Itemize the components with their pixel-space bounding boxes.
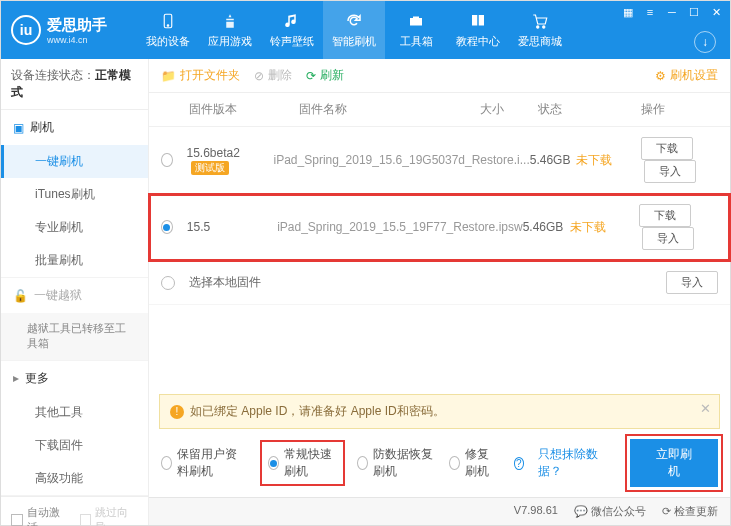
appleid-notice: ! 如已绑定 Apple ID，请准备好 Apple ID和密码。 ✕ (159, 394, 720, 429)
toolbox-icon (406, 11, 426, 31)
app-url: www.i4.cn (47, 35, 107, 45)
check-update-link[interactable]: ⟳ 检查更新 (662, 504, 718, 519)
nav-my-device[interactable]: 我的设备 (137, 1, 199, 59)
maximize-button[interactable]: ☐ (686, 5, 702, 19)
update-icon: ⟳ (662, 505, 671, 517)
connection-status: 设备连接状态：正常模式 (1, 59, 148, 110)
refresh-button[interactable]: ⟳刷新 (306, 67, 344, 84)
opt-repair-flash[interactable]: 修复刷机 (449, 446, 500, 480)
opt-quick-flash[interactable]: 常规快速刷机 (262, 442, 343, 484)
cart-icon (530, 11, 550, 31)
sidebar-group-flash[interactable]: ▣ 刷机 (1, 110, 148, 145)
nav-apps[interactable]: 应用游戏 (199, 1, 261, 59)
top-nav: 我的设备 应用游戏 铃声壁纸 智能刷机 工具箱 教程中心 (137, 1, 571, 59)
auto-activate-checkbox[interactable]: 自动激活 (11, 505, 70, 526)
svg-point-3 (543, 26, 545, 28)
lock-icon: 🔓 (13, 289, 28, 303)
table-row-local[interactable]: 选择本地固件 导入 (149, 261, 730, 305)
sidebar-item-other-tools[interactable]: 其他工具 (1, 396, 148, 429)
wechat-icon: 💬 (574, 505, 588, 517)
download-button[interactable]: 下载 (639, 204, 691, 227)
sidebar: 设备连接状态：正常模式 ▣ 刷机 一键刷机 iTunes刷机 专业刷机 批量刷机… (1, 59, 149, 525)
logo-icon: iu (11, 15, 41, 45)
col-ops: 操作 (588, 101, 718, 118)
sidebar-group-more[interactable]: ▸ 更多 (1, 361, 148, 396)
svg-point-1 (167, 25, 169, 27)
warning-icon: ! (170, 405, 184, 419)
sidebar-item-pro-flash[interactable]: 专业刷机 (1, 211, 148, 244)
nav-tutorial[interactable]: 教程中心 (447, 1, 509, 59)
import-button[interactable]: 导入 (666, 271, 718, 294)
close-button[interactable]: ✕ (708, 5, 724, 19)
beta-tag: 测试版 (191, 161, 229, 175)
sidebar-item-batch-flash[interactable]: 批量刷机 (1, 244, 148, 277)
opt-keep-data[interactable]: 保留用户资料刷机 (161, 446, 248, 480)
svg-point-2 (537, 26, 539, 28)
table-row[interactable]: 15.6beta2测试版 iPad_Spring_2019_15.6_19G50… (149, 127, 730, 194)
info-icon[interactable]: ? (514, 457, 524, 470)
version-label: V7.98.61 (514, 504, 558, 519)
main-panel: 📁打开文件夹 ⊘删除 ⟳刷新 ⚙刷机设置 固件版本 固件名称 大小 状态 操作 (149, 59, 730, 525)
book-icon (468, 11, 488, 31)
flash-icon: ▣ (13, 121, 24, 135)
music-icon (282, 11, 302, 31)
import-button[interactable]: 导入 (644, 160, 696, 183)
jailbreak-note: 越狱工具已转移至工具箱 (1, 313, 148, 360)
apps-icon (220, 11, 240, 31)
col-state: 状态 (538, 101, 588, 118)
erase-only-link[interactable]: 只想抹除数据？ (538, 446, 602, 480)
skip-guide-checkbox[interactable]: 跳过向导 (80, 505, 139, 526)
wechat-link[interactable]: 💬 微信公众号 (574, 504, 646, 519)
sidebar-group-jailbreak[interactable]: 🔓 一键越狱 (1, 278, 148, 313)
flash-now-button[interactable]: 立即刷机 (630, 439, 718, 487)
app-name: 爱思助手 (47, 16, 107, 35)
delete-button[interactable]: ⊘删除 (254, 67, 292, 84)
gear-icon: ⚙ (655, 69, 666, 83)
nav-store[interactable]: 爱思商城 (509, 1, 571, 59)
refresh-icon (344, 11, 364, 31)
app-logo: iu 爱思助手 www.i4.cn (11, 15, 107, 45)
col-name: 固件名称 (299, 101, 480, 118)
col-size: 大小 (480, 101, 538, 118)
sidebar-item-advanced[interactable]: 高级功能 (1, 462, 148, 495)
toolbar: 📁打开文件夹 ⊘删除 ⟳刷新 ⚙刷机设置 (149, 59, 730, 93)
status-bar: V7.98.61 💬 微信公众号 ⟳ 检查更新 (149, 497, 730, 525)
titlebar: iu 爱思助手 www.i4.cn 我的设备 应用游戏 铃声壁纸 智能刷机 (1, 1, 730, 59)
sidebar-item-oneclick-flash[interactable]: 一键刷机 (1, 145, 148, 178)
folder-icon: 📁 (161, 69, 176, 83)
flash-options: 保留用户资料刷机 常规快速刷机 防数据恢复刷机 修复刷机 ? 只想抹除数据？ 立… (149, 429, 730, 497)
open-folder-button[interactable]: 📁打开文件夹 (161, 67, 240, 84)
nav-flash[interactable]: 智能刷机 (323, 1, 385, 59)
row-radio[interactable] (161, 276, 175, 290)
menu-icon[interactable]: ▦ (620, 5, 636, 19)
close-icon[interactable]: ✕ (700, 401, 711, 416)
download-manager-icon[interactable]: ↓ (694, 31, 716, 53)
row-radio[interactable] (161, 153, 173, 167)
row-radio[interactable] (161, 220, 173, 234)
table-header: 固件版本 固件名称 大小 状态 操作 (149, 93, 730, 127)
window-controls: ▦ ≡ ─ ☐ ✕ (620, 5, 724, 19)
skin-icon[interactable]: ≡ (642, 5, 658, 19)
opt-anti-recover[interactable]: 防数据恢复刷机 (357, 446, 435, 480)
table-row[interactable]: 15.5 iPad_Spring_2019_15.5_19F77_Restore… (149, 194, 730, 261)
sidebar-options: 自动激活 跳过向导 (1, 496, 148, 526)
import-button[interactable]: 导入 (642, 227, 694, 250)
nav-toolbox[interactable]: 工具箱 (385, 1, 447, 59)
device-icon (158, 11, 178, 31)
sidebar-item-itunes-flash[interactable]: iTunes刷机 (1, 178, 148, 211)
sidebar-item-download-firmware[interactable]: 下载固件 (1, 429, 148, 462)
more-icon: ▸ (13, 371, 19, 385)
download-button[interactable]: 下载 (641, 137, 693, 160)
nav-ringtone[interactable]: 铃声壁纸 (261, 1, 323, 59)
delete-icon: ⊘ (254, 69, 264, 83)
refresh-icon: ⟳ (306, 69, 316, 83)
flash-settings-button[interactable]: ⚙刷机设置 (655, 67, 718, 84)
minimize-button[interactable]: ─ (664, 5, 680, 19)
col-version: 固件版本 (189, 101, 299, 118)
